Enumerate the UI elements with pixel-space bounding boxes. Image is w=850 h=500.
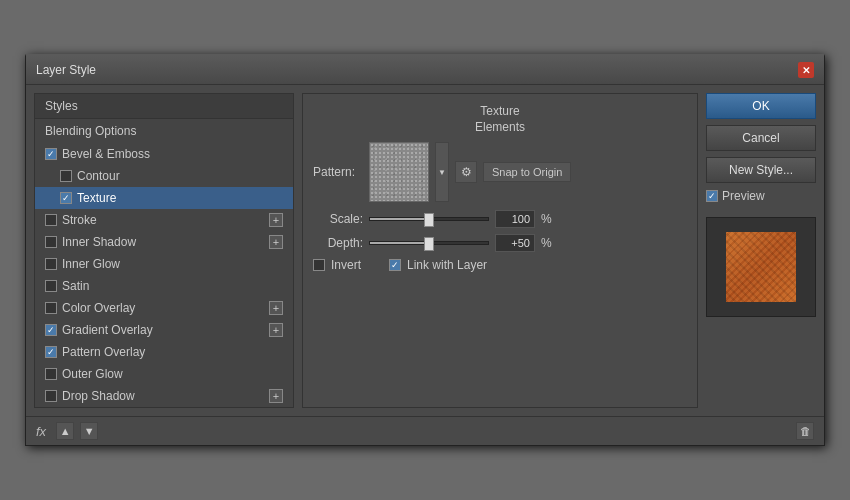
sidebar-item-inner-shadow[interactable]: Inner Shadow + [35, 231, 293, 253]
gradient-overlay-add-icon[interactable]: + [269, 323, 283, 337]
pattern-overlay-label: Pattern Overlay [62, 345, 145, 359]
stroke-add-icon[interactable]: + [269, 213, 283, 227]
stroke-checkbox[interactable] [45, 214, 57, 226]
cancel-button[interactable]: Cancel [706, 125, 816, 151]
sidebar-item-outer-glow[interactable]: Outer Glow [35, 363, 293, 385]
sidebar-item-blending-options[interactable]: Blending Options [35, 119, 293, 143]
sidebar-item-satin[interactable]: Satin [35, 275, 293, 297]
pattern-dropdown-arrow[interactable]: ▼ [435, 142, 449, 202]
pattern-row: Pattern: ▼ ⚙ Snap to Origin [313, 142, 687, 202]
depth-row: Depth: % [313, 234, 687, 252]
sidebar-item-drop-shadow[interactable]: Drop Shadow + [35, 385, 293, 407]
gradient-overlay-checkbox[interactable] [45, 324, 57, 336]
satin-label: Satin [62, 279, 89, 293]
inner-shadow-label: Inner Shadow [62, 235, 136, 249]
scale-slider-fill [370, 218, 429, 220]
scale-unit: % [541, 212, 552, 226]
dialog-body: Styles Blending Options Bevel & Emboss C… [26, 85, 824, 416]
bevel-emboss-label: Bevel & Emboss [62, 147, 150, 161]
inner-glow-label: Inner Glow [62, 257, 120, 271]
preview-label: Preview [722, 189, 765, 203]
section-title: Texture [313, 104, 687, 118]
inner-shadow-checkbox[interactable] [45, 236, 57, 248]
color-overlay-add-icon[interactable]: + [269, 301, 283, 315]
options-row: Invert Link with Layer [313, 258, 687, 272]
sidebar-item-pattern-overlay[interactable]: Pattern Overlay [35, 341, 293, 363]
sidebar-item-contour[interactable]: Contour [35, 165, 293, 187]
move-up-button[interactable]: ▲ [56, 422, 74, 440]
scale-value-input[interactable] [495, 210, 535, 228]
inner-shadow-add-icon[interactable]: + [269, 235, 283, 249]
texture-label: Texture [77, 191, 116, 205]
drop-shadow-add-icon[interactable]: + [269, 389, 283, 403]
link-layer-checkbox[interactable] [389, 259, 401, 271]
dialog-title: Layer Style [36, 63, 96, 77]
color-overlay-checkbox[interactable] [45, 302, 57, 314]
depth-slider-fill [370, 242, 429, 244]
stroke-label: Stroke [62, 213, 97, 227]
pattern-option-icon[interactable]: ⚙ [455, 161, 477, 183]
contour-checkbox[interactable] [60, 170, 72, 182]
pattern-overlay-checkbox[interactable] [45, 346, 57, 358]
sidebar-item-texture[interactable]: Texture [35, 187, 293, 209]
preview-visual [726, 232, 796, 302]
depth-value-input[interactable] [495, 234, 535, 252]
depth-slider-thumb[interactable] [424, 237, 434, 251]
scale-slider[interactable] [369, 217, 489, 221]
scale-slider-thumb[interactable] [424, 213, 434, 227]
depth-label: Depth: [313, 236, 363, 250]
preview-row: Preview [706, 189, 816, 203]
preview-checkbox[interactable] [706, 190, 718, 202]
title-bar: Layer Style ✕ [26, 56, 824, 85]
ok-button[interactable]: OK [706, 93, 816, 119]
sidebar-item-stroke[interactable]: Stroke + [35, 209, 293, 231]
outer-glow-label: Outer Glow [62, 367, 123, 381]
bottom-bar: fx ▲ ▼ 🗑 [26, 416, 824, 445]
scale-row: Scale: % [313, 210, 687, 228]
snap-to-origin-button[interactable]: Snap to Origin [483, 162, 571, 182]
move-down-button[interactable]: ▼ [80, 422, 98, 440]
layer-style-dialog: Layer Style ✕ Styles Blending Options Be… [25, 54, 825, 446]
styles-header: Styles [35, 94, 293, 119]
bevel-emboss-checkbox[interactable] [45, 148, 57, 160]
drop-shadow-label: Drop Shadow [62, 389, 135, 403]
middle-panel: Texture Elements Pattern: ▼ ⚙ Snap to Or… [302, 93, 698, 408]
link-layer-label: Link with Layer [407, 258, 487, 272]
color-overlay-label: Color Overlay [62, 301, 135, 315]
gradient-overlay-label: Gradient Overlay [62, 323, 153, 337]
sidebar-item-bevel-emboss[interactable]: Bevel & Emboss [35, 143, 293, 165]
noise-pattern-visual [370, 143, 428, 201]
texture-checkbox[interactable] [60, 192, 72, 204]
outer-glow-checkbox[interactable] [45, 368, 57, 380]
scale-label: Scale: [313, 212, 363, 226]
inner-glow-checkbox[interactable] [45, 258, 57, 270]
left-panel: Styles Blending Options Bevel & Emboss C… [34, 93, 294, 408]
new-style-button[interactable]: New Style... [706, 157, 816, 183]
depth-unit: % [541, 236, 552, 250]
sidebar-item-gradient-overlay[interactable]: Gradient Overlay + [35, 319, 293, 341]
satin-checkbox[interactable] [45, 280, 57, 292]
pattern-label: Pattern: [313, 165, 363, 179]
delete-button[interactable]: 🗑 [796, 422, 814, 440]
right-panel: OK Cancel New Style... Preview [706, 93, 816, 408]
sidebar-item-color-overlay[interactable]: Color Overlay + [35, 297, 293, 319]
sidebar-item-inner-glow[interactable]: Inner Glow [35, 253, 293, 275]
close-button[interactable]: ✕ [798, 62, 814, 78]
blending-options-label: Blending Options [45, 124, 136, 138]
invert-label: Invert [331, 258, 361, 272]
invert-checkbox[interactable] [313, 259, 325, 271]
pattern-thumbnail [369, 142, 429, 202]
preview-thumbnail [726, 232, 796, 302]
depth-slider[interactable] [369, 241, 489, 245]
contour-label: Contour [77, 169, 120, 183]
fx-label: fx [36, 424, 46, 439]
preview-area [706, 217, 816, 317]
section-subtitle: Elements [313, 120, 687, 134]
drop-shadow-checkbox[interactable] [45, 390, 57, 402]
